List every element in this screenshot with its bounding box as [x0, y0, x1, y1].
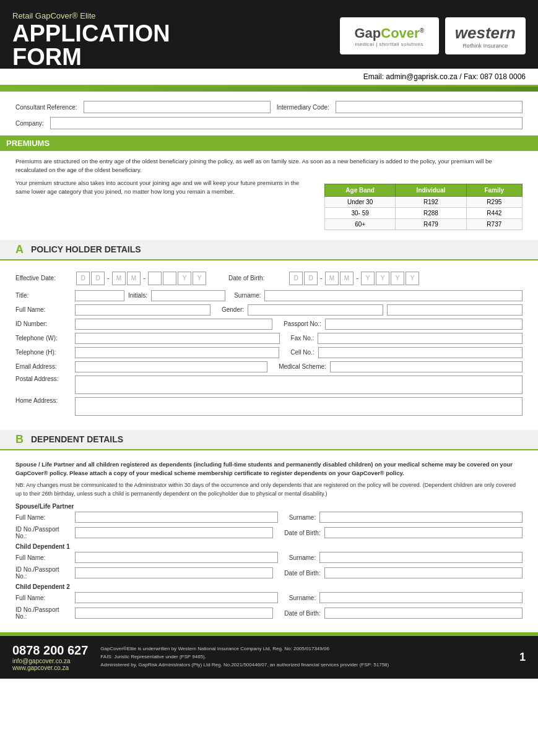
dob-m1: M: [325, 272, 339, 285]
home-input[interactable]: [75, 397, 523, 416]
gender-label: Gender:: [222, 306, 244, 313]
premiums-title: PREMIUMS: [6, 139, 532, 148]
fullname-row: Full Name: Gender:: [15, 304, 523, 316]
intermediary-label: Intermediary Code:: [277, 104, 329, 111]
page-header: Retail GapCover® Elite APPLICATION FORM …: [0, 0, 538, 92]
date-y1: [148, 272, 162, 285]
date-m2: M: [127, 272, 141, 285]
child2-header: Child Dependent 2: [15, 583, 523, 590]
col-individual: Individual: [396, 184, 466, 196]
child2-id-input[interactable]: [75, 608, 273, 619]
tel-h-input[interactable]: [75, 347, 279, 358]
spouse-dob-label: Date of Birth:: [284, 530, 320, 536]
fax-input[interactable]: [318, 333, 523, 344]
tel-w-input[interactable]: [75, 333, 280, 344]
gapcover-logo: GapCover® medical | shortfall solutions: [340, 17, 439, 54]
consultant-ref-input[interactable]: [84, 101, 271, 113]
date-d2: D: [91, 272, 105, 285]
date-y2: [163, 272, 176, 285]
spouse-surname-input[interactable]: [319, 512, 523, 523]
email-label: Email Address:: [15, 363, 71, 370]
footer-page: 1: [519, 651, 526, 664]
initials-input[interactable]: [151, 290, 225, 301]
header-title-block: Retail GapCover® Elite APPLICATION FORM: [12, 11, 170, 69]
date-d1: D: [76, 272, 90, 285]
dob-label: Date of Birth:: [228, 275, 284, 281]
title-input[interactable]: [75, 290, 124, 301]
surname-label: Surname:: [234, 292, 261, 299]
child1-surname-input[interactable]: [319, 552, 523, 563]
footer-web: www.gapcover.co.za: [12, 664, 88, 671]
child2-dob-input[interactable]: [324, 608, 523, 619]
header-subtitle: Retail GapCover® Elite: [12, 11, 170, 20]
logos-container: GapCover® medical | shortfall solutions …: [340, 17, 526, 54]
full-name-input[interactable]: [75, 304, 210, 316]
effective-date-boxes: D D - M M - Y Y: [76, 272, 206, 285]
footer-legal3: Administered by, GapRisk Administrators …: [100, 661, 507, 669]
home-row: Home Address:: [15, 397, 523, 416]
consultant-ref-label: Consultant Reference:: [15, 104, 77, 111]
company-input[interactable]: [50, 117, 523, 129]
child1-header: Child Dependent 1: [15, 543, 523, 550]
title-label: Title:: [15, 292, 71, 299]
policy-holder-title: POLICY HOLDER DETAILS: [31, 244, 141, 254]
fax-label: Fax No.:: [291, 335, 315, 341]
dependent-letter: B: [15, 433, 24, 446]
child1-name-label: Full Name:: [15, 554, 71, 561]
email-input[interactable]: [75, 361, 267, 372]
spouse-surname-label: Surname:: [289, 514, 316, 521]
medical-scheme-label: Medical Scheme:: [279, 363, 326, 370]
policy-holder-letter: A: [15, 243, 24, 256]
dob-y1: Y: [361, 272, 375, 285]
tel-w-row: Telephone (W): Fax No.:: [15, 333, 523, 344]
intermediary-input[interactable]: [336, 101, 523, 113]
date-row: Effective Date: D D - M M - Y Y Date of …: [15, 272, 523, 285]
spouse-name-label: Full Name:: [15, 514, 71, 521]
col-family: Family: [466, 184, 522, 196]
surname-input[interactable]: [264, 290, 523, 301]
child1-name-row: Full Name: Surname:: [15, 552, 523, 563]
gender-input1[interactable]: [248, 304, 383, 316]
cell-label: Cell No.:: [290, 349, 314, 356]
green-stripe: [0, 87, 538, 92]
medical-scheme-input[interactable]: [330, 361, 523, 372]
id-label: ID Number:: [15, 320, 71, 327]
spouse-id-label: ID No./Passport No.:: [15, 526, 71, 539]
child2-surname-input[interactable]: [319, 592, 523, 603]
spouse-dob-input[interactable]: [324, 527, 523, 538]
child2-name-input[interactable]: [75, 592, 278, 603]
table-row: 30- 59R288R442: [325, 207, 523, 218]
passport-input[interactable]: [325, 319, 523, 330]
footer-contact: 0878 200 627 info@gapcover.co.za www.gap…: [12, 643, 88, 671]
gender-input2[interactable]: [387, 304, 523, 316]
child1-id-row: ID No./Passport No.: Date of Birth:: [15, 566, 523, 580]
premiums-content: Premiums are structured on the entry age…: [15, 157, 523, 235]
dob-y3: Y: [391, 272, 404, 285]
table-row: 60+R479R737: [325, 218, 523, 230]
dependent-note: NB: Any changes must be communicated to …: [15, 481, 523, 498]
spouse-id-input[interactable]: [75, 527, 273, 538]
premium-table-wrapper: Age Band Individual Family Under 30R192R…: [324, 184, 523, 230]
email-bar: Email: admin@gaprisk.co.za / Fax: 087 01…: [0, 69, 538, 87]
dob-boxes: D D - M M - Y Y Y Y: [289, 272, 419, 285]
dependent-title: DEPENDENT DETAILS: [31, 434, 123, 444]
tel-h-row: Telephone (H): Cell No.:: [15, 347, 523, 358]
title-row: Title: Initials: Surname:: [15, 290, 523, 301]
dob-y2: Y: [376, 272, 389, 285]
id-input[interactable]: [75, 319, 272, 330]
passport-label: Passport No.:: [284, 320, 321, 327]
child1-dob-input[interactable]: [324, 567, 523, 578]
policy-holder-section: Effective Date: D D - M M - Y Y Date of …: [15, 265, 523, 425]
dob-y4: Y: [406, 272, 419, 285]
cell-input[interactable]: [318, 347, 523, 358]
child1-name-input[interactable]: [75, 552, 278, 563]
postal-input[interactable]: [75, 376, 523, 394]
consultant-row: Consultant Reference: Intermediary Code:: [15, 101, 523, 113]
spouse-id-row: ID No./Passport No.: Date of Birth:: [15, 526, 523, 539]
effective-date-label: Effective Date:: [15, 275, 71, 281]
child1-id-input[interactable]: [75, 567, 273, 578]
gapcover-sub: medical | shortfall solutions: [355, 41, 423, 47]
footer-legal1: GapCover®Elite is underwritten by Wester…: [100, 645, 507, 653]
spouse-name-input[interactable]: [75, 512, 278, 523]
full-name-label: Full Name:: [15, 306, 71, 313]
